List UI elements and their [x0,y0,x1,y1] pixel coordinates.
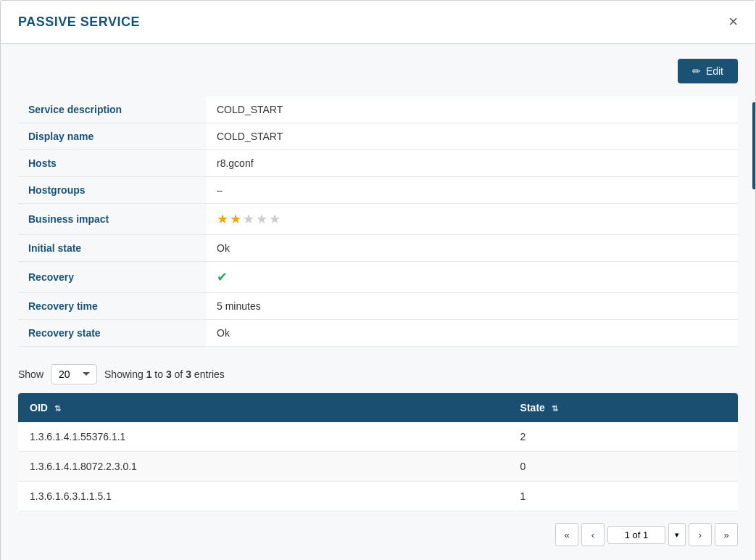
last-page-button[interactable]: » [715,523,738,546]
right-edge-accent [752,102,755,189]
sort-icon: ⇅ [552,404,558,413]
table-row: 1.3.6.1.6.3.1.1.5.11 [18,482,738,511]
pencil-icon: ✏ [692,65,701,77]
info-row: Display nameCOLD_START [18,123,738,150]
info-row: Recovery✔ [18,262,738,293]
info-value: – [207,177,738,204]
info-table: Service descriptionCOLD_STARTDisplay nam… [18,96,738,347]
page-dropdown-button[interactable]: ▾ [668,523,686,546]
info-row: Service descriptionCOLD_START [18,96,738,123]
info-row: Business impact★★★★★ [18,204,738,235]
check-icon: ✔ [217,270,228,284]
info-row: Hostgroups– [18,177,738,204]
table-row: 1.3.6.1.4.1.8072.2.3.0.10 [18,452,738,482]
info-label: Hostgroups [18,177,207,204]
show-select[interactable]: 102050100 [51,364,97,384]
edit-button-row: ✏ Edit [18,59,738,83]
close-button[interactable]: × [728,14,738,30]
show-row: Show 102050100 Showing 1 to 3 of 3 entri… [18,364,738,384]
star-empty: ★ [243,211,254,227]
data-table-header: OID ⇅State ⇅ [18,393,738,422]
info-value: 5 minutes [207,293,738,320]
state-cell: 2 [509,422,738,452]
modal-body: ✏ Edit Service descriptionCOLD_STARTDisp… [1,44,755,560]
info-value: Ok [207,320,738,347]
data-table: OID ⇅State ⇅ 1.3.6.1.4.1.55376.1.121.3.6… [18,393,738,511]
info-label: Business impact [18,204,207,235]
page-input-area: ▾ [607,523,686,546]
info-value: ★★★★★ [207,204,738,235]
info-row: Recovery time5 minutes [18,293,738,320]
info-label: Initial state [18,235,207,262]
modal-container: PASSIVE SERVICE × ✏ Edit Service descrip… [0,0,756,560]
info-value: r8.gconf [207,150,738,177]
info-label: Recovery state [18,320,207,347]
info-value: Ok [207,235,738,262]
info-label: Recovery time [18,293,207,320]
stars-container: ★★★★★ [217,211,728,227]
star-empty: ★ [269,211,281,227]
next-page-button[interactable]: › [689,523,712,546]
info-label: Display name [18,123,207,150]
state-cell: 0 [509,452,738,482]
info-label: Recovery [18,262,207,293]
show-label: Show [18,368,43,380]
page-input[interactable] [607,526,665,544]
info-label: Service description [18,96,207,123]
pagination-row: « ‹ ▾ › » [18,511,738,552]
prev-page-button[interactable]: ‹ [581,523,605,546]
table-row: 1.3.6.1.4.1.55376.1.12 [18,422,738,452]
sort-icon: ⇅ [54,404,61,413]
star-filled: ★ [230,211,241,227]
state-cell: 1 [509,482,738,511]
info-row: Initial stateOk [18,235,738,262]
modal-title: PASSIVE SERVICE [18,15,140,30]
info-label: Hosts [18,150,207,177]
info-value: ✔ [207,262,738,293]
star-empty: ★ [256,211,267,227]
info-row: Hostsr8.gconf [18,150,738,177]
modal-header: PASSIVE SERVICE × [1,1,755,44]
info-value: COLD_START [207,96,738,123]
column-header-state[interactable]: State ⇅ [509,393,738,422]
first-page-button[interactable]: « [555,523,578,546]
oid-cell: 1.3.6.1.4.1.55376.1.1 [18,422,509,452]
oid-cell: 1.3.6.1.4.1.8072.2.3.0.1 [18,452,509,482]
oid-cell: 1.3.6.1.6.3.1.1.5.1 [18,482,509,511]
star-filled: ★ [217,211,228,227]
edit-button-label: Edit [706,65,723,77]
edit-button[interactable]: ✏ Edit [678,59,738,83]
info-value: COLD_START [207,123,738,150]
column-header-oid[interactable]: OID ⇅ [18,393,509,422]
info-row: Recovery stateOk [18,320,738,347]
entries-text: Showing 1 to 3 of 3 entries [104,368,225,380]
